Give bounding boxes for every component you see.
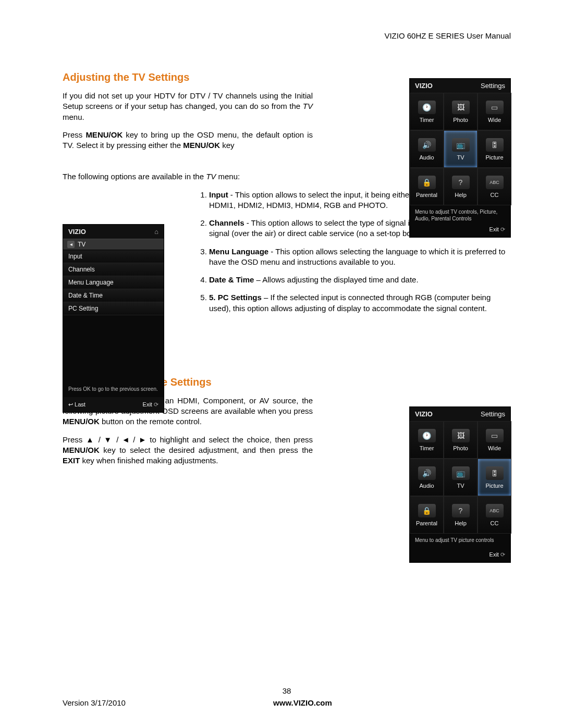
- doc-title: VIZIO 60HZ E SERIES User Manual: [384, 31, 511, 40]
- label: Timer: [420, 445, 434, 451]
- help-icon: ?: [452, 504, 470, 517]
- osd-crumb[interactable]: ◂ TV: [63, 239, 164, 250]
- osd-cell-help[interactable]: ?Help: [444, 496, 478, 534]
- osd-brand: VIZIO: [415, 82, 433, 90]
- osd-cell-tv[interactable]: 📺TV: [444, 130, 478, 168]
- label: Audio: [419, 483, 434, 489]
- osd-item-menu-language[interactable]: Menu Language: [63, 276, 164, 289]
- osd-cell-cc[interactable]: ABCCC: [478, 496, 511, 534]
- osd-cell-picture[interactable]: 🎛Picture: [478, 459, 511, 496]
- text-italic: TV: [206, 172, 216, 181]
- osd-cell-cc[interactable]: ABCCC: [478, 168, 511, 205]
- osd-cell-audio[interactable]: 🔊Audio: [410, 130, 444, 168]
- option-pc-settings: 5. PC Settings – If the selected input i…: [209, 292, 511, 314]
- osd-cell-wide[interactable]: ▭Wide: [478, 421, 511, 459]
- label: CC: [491, 192, 499, 198]
- para-following: The following options are available in t…: [63, 171, 313, 182]
- picture-icon: 🎛: [486, 138, 504, 152]
- osd-settings-picture: VIZIO Settings 🕐Timer 🖼Photo ▭Wide 🔊Audi…: [409, 406, 511, 563]
- back-icon[interactable]: ◂: [67, 241, 75, 248]
- text: The following options are available in t…: [63, 172, 206, 181]
- photo-icon: 🖼: [452, 429, 470, 442]
- text-bold: MENU/OK: [63, 417, 100, 426]
- speaker-icon: 🔊: [418, 466, 436, 480]
- osd-tv-menu: VIZIO ⌂ ◂ TV Input Channels Menu Languag…: [63, 224, 164, 413]
- osd-exit[interactable]: Exit: [143, 401, 158, 408]
- clock-icon: 🕐: [418, 101, 436, 114]
- para-pic2: Press ▲ / ▼ / ◄ / ► to highlight and sel…: [63, 435, 313, 466]
- text: key: [220, 141, 235, 150]
- osd-title: Settings: [481, 410, 505, 418]
- osd-cell-tv[interactable]: 📺TV: [444, 459, 478, 496]
- text-bold: MENU/OK: [63, 446, 100, 454]
- osd-cell-timer[interactable]: 🕐Timer: [410, 93, 444, 130]
- osd-exit[interactable]: Exit: [410, 224, 510, 237]
- osd-brand: VIZIO: [415, 410, 433, 418]
- label: Photo: [453, 445, 468, 451]
- osd-exit[interactable]: Exit: [410, 549, 510, 562]
- osd-cell-picture[interactable]: 🎛Picture: [478, 130, 511, 168]
- osd-cell-timer[interactable]: 🕐Timer: [410, 421, 444, 459]
- text: Press ▲ / ▼ / ◄ / ► to highlight and sel…: [63, 435, 313, 444]
- osd-hint: Menu to adjust TV picture controls: [410, 534, 510, 549]
- label: Photo: [453, 117, 468, 123]
- osd-cell-audio[interactable]: 🔊Audio: [410, 459, 444, 496]
- text-italic: TV: [303, 102, 313, 110]
- para-intro: If you did not set up your HDTV for DTV …: [63, 91, 313, 122]
- label: TV: [457, 483, 464, 489]
- picture-icon: 🎛: [486, 466, 504, 480]
- label: Timer: [420, 117, 434, 123]
- label: Help: [455, 520, 467, 526]
- osd-brand: VIZIO: [68, 228, 86, 236]
- osd-cell-parental[interactable]: 🔒Parental: [410, 168, 444, 205]
- label: Audio: [419, 154, 434, 161]
- wide-icon: ▭: [486, 429, 504, 442]
- version-text: Version 3/17/2010: [63, 698, 126, 707]
- osd-cell-parental[interactable]: 🔒Parental: [410, 496, 444, 534]
- speaker-icon: 🔊: [418, 138, 436, 152]
- osd-cell-wide[interactable]: ▭Wide: [478, 93, 511, 130]
- label: Help: [455, 192, 467, 198]
- osd-prompt: Press OK to go to the previous screen.: [63, 383, 164, 397]
- text: menu.: [63, 113, 84, 121]
- text: Press: [63, 130, 85, 139]
- para-menukey: Press MENU/OK key to bring up the OSD me…: [63, 130, 313, 151]
- help-icon: ?: [452, 176, 470, 189]
- photo-icon: 🖼: [452, 101, 470, 114]
- label: Channels: [209, 218, 244, 227]
- text: key to select the desired adjustment, an…: [100, 446, 313, 454]
- osd-last[interactable]: Last: [68, 401, 85, 408]
- osd-cell-photo[interactable]: 🖼Photo: [444, 93, 478, 130]
- home-icon[interactable]: ⌂: [154, 228, 158, 236]
- label: Parental: [416, 192, 437, 198]
- lock-icon: 🔒: [418, 176, 436, 189]
- tv-icon: 📺: [452, 466, 470, 480]
- lock-icon: 🔒: [418, 504, 436, 517]
- label: Date & Time: [209, 275, 254, 284]
- text: If you did not set up your HDTV for DTV …: [63, 91, 313, 110]
- clock-icon: 🕐: [418, 429, 436, 442]
- osd-item-input[interactable]: Input: [63, 250, 164, 263]
- label: Wide: [488, 445, 501, 451]
- desc: – Allows adjusting the displayed time an…: [254, 275, 418, 284]
- cc-icon: ABC: [486, 504, 504, 517]
- text-bold: MENU/OK: [183, 141, 220, 150]
- doc-header: VIZIO 60HZ E SERIES User Manual: [63, 31, 511, 40]
- label: Picture: [485, 483, 503, 489]
- text: key when finished making adjustments.: [80, 456, 218, 465]
- page-footer: 38 Version 3/17/2010 www.VIZIO.com: [63, 686, 511, 707]
- osd-cell-photo[interactable]: 🖼Photo: [444, 421, 478, 459]
- osd-item-pc-setting[interactable]: PC Setting: [63, 302, 164, 315]
- osd-hint: Menu to adjust TV controls, Picture, Aud…: [410, 205, 510, 224]
- osd-cell-help[interactable]: ?Help: [444, 168, 478, 205]
- cc-icon: ABC: [486, 176, 504, 189]
- text-bold: MENU/OK: [85, 130, 123, 139]
- label: Picture: [485, 154, 503, 161]
- url-text: www.VIZIO.com: [273, 698, 332, 707]
- label: Input: [209, 190, 228, 199]
- osd-item-date-time[interactable]: Date & Time: [63, 289, 164, 302]
- option-menu-language: Menu Language - This option allows selec…: [209, 246, 511, 268]
- osd-item-channels[interactable]: Channels: [63, 263, 164, 276]
- label: Parental: [416, 520, 437, 526]
- text: button on the remote control.: [100, 417, 202, 426]
